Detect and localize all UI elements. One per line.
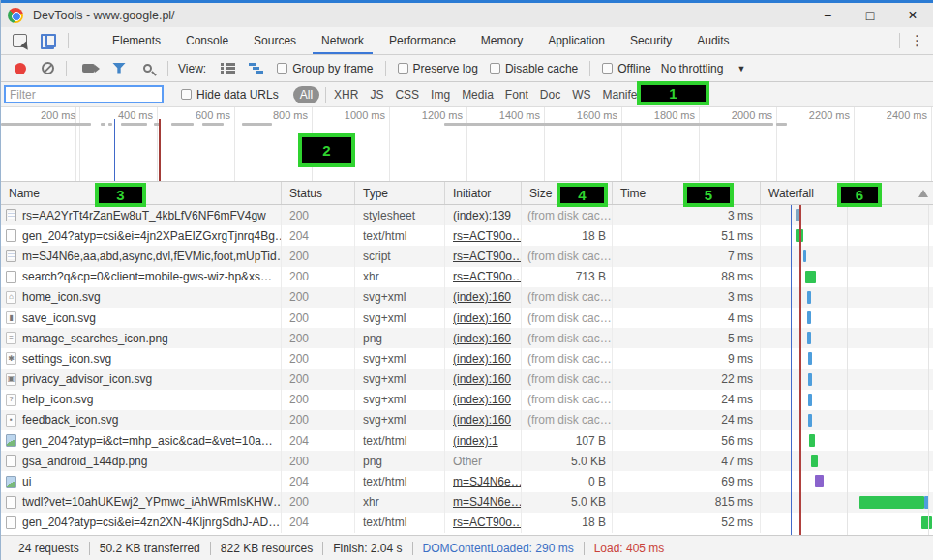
type-cell: xhr [355, 267, 445, 287]
time-cell: 88 ms [613, 267, 761, 287]
summary-stat: Load: 405 ms [584, 542, 675, 555]
offline-label[interactable]: Offline [617, 62, 650, 75]
initiator-link[interactable]: (index):160 [453, 332, 511, 345]
initiator-cell: (index):139 [445, 205, 522, 225]
disable-cache-checkbox[interactable] [490, 63, 500, 74]
hide-data-urls-checkbox[interactable] [181, 89, 192, 100]
overview-bar-segment [776, 123, 787, 126]
initiator-link[interactable]: rs=ACT90o… [453, 270, 522, 283]
panel-tab[interactable]: Sources [241, 27, 309, 54]
table-row[interactable]: rs=AA2YrTt4rZanEw8uT_4kbLfV6NF6mFV4gw 20… [1, 205, 933, 225]
initiator-link[interactable]: rs=ACT90o… [453, 516, 522, 529]
type-cell: svg+xml [355, 348, 445, 368]
table-row[interactable]: ▣ privacy_advisor_icon.svg 200 svg+xml (… [1, 369, 933, 390]
request-name: settings_icon.svg [22, 352, 111, 366]
list-view-icon[interactable] [221, 62, 235, 74]
panel-tab[interactable]: Application [535, 27, 617, 54]
panel-tab[interactable]: Console [173, 27, 241, 54]
initiator-link[interactable]: (index):160 [453, 352, 511, 366]
more-options-icon[interactable]: ⋮ [906, 32, 933, 49]
filter-type[interactable]: WS [572, 88, 590, 102]
overview-view-icon[interactable] [249, 62, 264, 74]
panel-tab[interactable]: Memory [468, 27, 535, 54]
clear-icon[interactable] [42, 62, 54, 74]
filter-type[interactable]: XHR [334, 88, 358, 102]
record-icon[interactable] [15, 63, 26, 74]
request-name-cell: gsa_android_144dp.png [1, 451, 282, 471]
separator [589, 61, 590, 76]
size-cell: (from disk cac… [522, 205, 613, 225]
search-icon[interactable] [143, 64, 152, 73]
time-cell: 22 ms [613, 369, 761, 390]
group-by-frame-checkbox[interactable] [277, 63, 287, 74]
filter-type[interactable]: JS [370, 88, 383, 102]
close-button[interactable]: × [891, 3, 933, 27]
maximize-button[interactable]: □ [849, 3, 891, 27]
overview-bar-segment [242, 123, 272, 126]
inspect-element-icon[interactable] [13, 34, 27, 47]
preserve-log-label[interactable]: Preserve log [413, 62, 478, 75]
initiator-link[interactable]: rs=ACT90o… [453, 229, 522, 243]
annotation-box: 6 [837, 183, 882, 207]
initiator-link[interactable]: m=SJ4N6e… [453, 475, 522, 488]
table-row[interactable]: ui 204 text/html m=SJ4N6e… 0 B 69 ms [1, 471, 933, 491]
table-row[interactable]: ▮ save_icon.svg 200 svg+xml (index):160 … [1, 308, 933, 328]
filter-type[interactable]: Font [505, 88, 528, 102]
initiator-link[interactable]: (index):160 [453, 413, 511, 427]
initiator-link[interactable]: (index):1 [453, 434, 498, 448]
initiator-link[interactable]: m=SJ4N6e… [453, 495, 522, 509]
initiator-link[interactable]: (index):160 [453, 393, 511, 406]
table-row[interactable]: gen_204?atyp=i&ct=mhp_asic&cad=&vet=10a…… [1, 430, 933, 451]
filter-type[interactable]: CSS [395, 88, 419, 102]
throttling-dropdown[interactable]: No throttling ▼ [661, 62, 746, 75]
table-row[interactable]: ≡ manage_searches_icon.png 200 png (inde… [1, 328, 933, 348]
table-row[interactable]: gsa_android_144dp.png 200 png Other 5.0 … [1, 451, 933, 471]
screenshot-capture-icon[interactable] [82, 64, 95, 73]
table-row[interactable]: m=SJ4N6e,aa,abd,async,dvl,fEVMic,foot,mU… [1, 246, 933, 266]
waterfall-bar [808, 352, 812, 365]
filter-icon[interactable] [112, 63, 126, 74]
initiator-link[interactable]: (index):160 [453, 372, 511, 386]
timeline-tick-label: 400 ms [79, 109, 157, 121]
initiator-link[interactable]: rs=ACT90o… [453, 250, 522, 263]
initiator-link[interactable]: Other [453, 455, 482, 468]
panel-tab[interactable]: Performance [376, 27, 468, 54]
panel-tab[interactable]: Audits [684, 27, 741, 54]
table-row[interactable]: gen_204?atyp=csi&ei=4jn2XPaEIZGxrgTjnrq4… [1, 225, 933, 246]
hide-data-urls-label[interactable]: Hide data URLs [196, 88, 279, 102]
minimize-button[interactable]: − [806, 3, 849, 27]
time-cell: 69 ms [613, 471, 761, 491]
device-toolbar-icon[interactable] [41, 34, 56, 47]
table-row[interactable]: twdl?vet=10ahUKEwj2_YPmwc_iAhWRmIsKHW… 2… [1, 492, 933, 513]
preserve-log-checkbox[interactable] [398, 63, 408, 74]
initiator-link[interactable]: (index):160 [453, 290, 511, 304]
separator [68, 33, 69, 48]
panel-tab[interactable]: Network [309, 27, 376, 54]
network-overview[interactable]: 200 ms 400 ms 600 ms 800 ms 1000 ms 1200… [1, 107, 933, 182]
filter-type-all[interactable]: All [293, 86, 319, 103]
sort-indicator-icon[interactable] [918, 190, 928, 197]
time-cell: 52 ms [613, 513, 761, 533]
filter-type[interactable]: Media [462, 88, 494, 102]
panel-tab[interactable]: Security [617, 27, 684, 54]
table-row[interactable]: ✱ settings_icon.svg 200 svg+xml (index):… [1, 348, 933, 368]
filter-type[interactable]: Img [431, 88, 450, 102]
panel-tab[interactable]: Elements [100, 27, 173, 54]
table-row[interactable]: ⌂ home_icon.svg 200 svg+xml (index):160 … [1, 287, 933, 308]
column-header-status[interactable]: Status [282, 182, 355, 204]
table-row[interactable]: search?q&cp=0&client=mobile-gws-wiz-hp&x… [1, 267, 933, 287]
column-header-initiator[interactable]: Initiator [445, 182, 522, 204]
request-name: feedback_icon.svg [22, 413, 118, 427]
table-row[interactable]: ▪ feedback_icon.svg 200 svg+xml (index):… [1, 410, 933, 430]
group-by-frame-label[interactable]: Group by frame [292, 62, 373, 75]
table-row[interactable]: gen_204?atyp=csi&ei=4zn2XN-4KljnrgSdhJ-A… [1, 513, 933, 533]
separator [167, 61, 168, 76]
filter-input[interactable] [4, 85, 164, 103]
offline-checkbox[interactable] [602, 63, 613, 74]
column-header-type[interactable]: Type [355, 182, 445, 204]
initiator-link[interactable]: (index):160 [453, 311, 511, 325]
table-row[interactable]: ? help_icon.svg 200 svg+xml (index):160 … [1, 390, 933, 410]
initiator-link[interactable]: (index):139 [453, 209, 511, 222]
filter-type[interactable]: Doc [540, 88, 560, 102]
disable-cache-label[interactable]: Disable cache [505, 62, 578, 75]
